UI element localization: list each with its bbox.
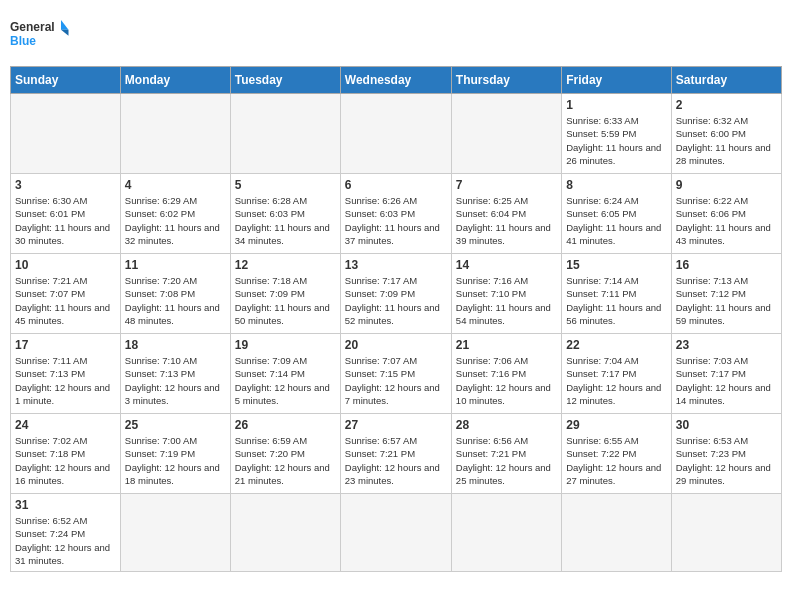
day-info: Sunrise: 7:17 AM Sunset: 7:09 PM Dayligh… <box>345 274 447 327</box>
day-number: 9 <box>676 178 777 192</box>
calendar-cell <box>451 94 561 174</box>
day-info: Sunrise: 6:25 AM Sunset: 6:04 PM Dayligh… <box>456 194 557 247</box>
day-number: 24 <box>15 418 116 432</box>
calendar-week-2: 10Sunrise: 7:21 AM Sunset: 7:07 PM Dayli… <box>11 254 782 334</box>
svg-marker-3 <box>61 30 69 36</box>
calendar-cell: 6Sunrise: 6:26 AM Sunset: 6:03 PM Daylig… <box>340 174 451 254</box>
day-number: 8 <box>566 178 666 192</box>
day-info: Sunrise: 6:29 AM Sunset: 6:02 PM Dayligh… <box>125 194 226 247</box>
calendar-cell: 20Sunrise: 7:07 AM Sunset: 7:15 PM Dayli… <box>340 334 451 414</box>
day-number: 30 <box>676 418 777 432</box>
calendar-cell: 21Sunrise: 7:06 AM Sunset: 7:16 PM Dayli… <box>451 334 561 414</box>
calendar-week-3: 17Sunrise: 7:11 AM Sunset: 7:13 PM Dayli… <box>11 334 782 414</box>
day-number: 14 <box>456 258 557 272</box>
logo: General Blue <box>10 10 70 60</box>
calendar-week-1: 3Sunrise: 6:30 AM Sunset: 6:01 PM Daylig… <box>11 174 782 254</box>
day-info: Sunrise: 6:59 AM Sunset: 7:20 PM Dayligh… <box>235 434 336 487</box>
calendar-cell <box>230 94 340 174</box>
calendar-week-0: 1Sunrise: 6:33 AM Sunset: 5:59 PM Daylig… <box>11 94 782 174</box>
calendar-cell: 12Sunrise: 7:18 AM Sunset: 7:09 PM Dayli… <box>230 254 340 334</box>
calendar-cell: 9Sunrise: 6:22 AM Sunset: 6:06 PM Daylig… <box>671 174 781 254</box>
day-number: 7 <box>456 178 557 192</box>
calendar-cell: 23Sunrise: 7:03 AM Sunset: 7:17 PM Dayli… <box>671 334 781 414</box>
day-info: Sunrise: 7:21 AM Sunset: 7:07 PM Dayligh… <box>15 274 116 327</box>
day-info: Sunrise: 6:33 AM Sunset: 5:59 PM Dayligh… <box>566 114 666 167</box>
day-info: Sunrise: 6:30 AM Sunset: 6:01 PM Dayligh… <box>15 194 116 247</box>
day-number: 3 <box>15 178 116 192</box>
weekday-header-monday: Monday <box>120 67 230 94</box>
calendar-cell: 16Sunrise: 7:13 AM Sunset: 7:12 PM Dayli… <box>671 254 781 334</box>
day-number: 12 <box>235 258 336 272</box>
calendar-cell: 1Sunrise: 6:33 AM Sunset: 5:59 PM Daylig… <box>562 94 671 174</box>
calendar-cell: 10Sunrise: 7:21 AM Sunset: 7:07 PM Dayli… <box>11 254 121 334</box>
day-number: 11 <box>125 258 226 272</box>
calendar-cell: 13Sunrise: 7:17 AM Sunset: 7:09 PM Dayli… <box>340 254 451 334</box>
calendar-cell: 31Sunrise: 6:52 AM Sunset: 7:24 PM Dayli… <box>11 494 121 572</box>
calendar-cell <box>340 494 451 572</box>
day-info: Sunrise: 7:16 AM Sunset: 7:10 PM Dayligh… <box>456 274 557 327</box>
svg-marker-2 <box>61 20 69 30</box>
calendar-cell: 15Sunrise: 7:14 AM Sunset: 7:11 PM Dayli… <box>562 254 671 334</box>
calendar-cell: 8Sunrise: 6:24 AM Sunset: 6:05 PM Daylig… <box>562 174 671 254</box>
logo-svg: General Blue <box>10 10 70 60</box>
calendar-cell: 26Sunrise: 6:59 AM Sunset: 7:20 PM Dayli… <box>230 414 340 494</box>
calendar-cell: 3Sunrise: 6:30 AM Sunset: 6:01 PM Daylig… <box>11 174 121 254</box>
weekday-header-row: SundayMondayTuesdayWednesdayThursdayFrid… <box>11 67 782 94</box>
weekday-header-wednesday: Wednesday <box>340 67 451 94</box>
day-number: 26 <box>235 418 336 432</box>
day-info: Sunrise: 6:57 AM Sunset: 7:21 PM Dayligh… <box>345 434 447 487</box>
day-number: 21 <box>456 338 557 352</box>
day-number: 5 <box>235 178 336 192</box>
calendar-cell: 18Sunrise: 7:10 AM Sunset: 7:13 PM Dayli… <box>120 334 230 414</box>
calendar-cell: 7Sunrise: 6:25 AM Sunset: 6:04 PM Daylig… <box>451 174 561 254</box>
day-info: Sunrise: 6:53 AM Sunset: 7:23 PM Dayligh… <box>676 434 777 487</box>
day-info: Sunrise: 6:26 AM Sunset: 6:03 PM Dayligh… <box>345 194 447 247</box>
calendar-cell <box>451 494 561 572</box>
day-info: Sunrise: 6:24 AM Sunset: 6:05 PM Dayligh… <box>566 194 666 247</box>
calendar-cell <box>120 94 230 174</box>
calendar-cell: 28Sunrise: 6:56 AM Sunset: 7:21 PM Dayli… <box>451 414 561 494</box>
day-number: 29 <box>566 418 666 432</box>
day-number: 18 <box>125 338 226 352</box>
day-number: 15 <box>566 258 666 272</box>
day-info: Sunrise: 7:07 AM Sunset: 7:15 PM Dayligh… <box>345 354 447 407</box>
day-number: 23 <box>676 338 777 352</box>
day-number: 31 <box>15 498 116 512</box>
day-info: Sunrise: 6:22 AM Sunset: 6:06 PM Dayligh… <box>676 194 777 247</box>
day-number: 25 <box>125 418 226 432</box>
calendar-cell: 17Sunrise: 7:11 AM Sunset: 7:13 PM Dayli… <box>11 334 121 414</box>
day-number: 22 <box>566 338 666 352</box>
day-info: Sunrise: 6:56 AM Sunset: 7:21 PM Dayligh… <box>456 434 557 487</box>
weekday-header-thursday: Thursday <box>451 67 561 94</box>
day-number: 16 <box>676 258 777 272</box>
day-info: Sunrise: 7:04 AM Sunset: 7:17 PM Dayligh… <box>566 354 666 407</box>
day-number: 19 <box>235 338 336 352</box>
day-info: Sunrise: 7:13 AM Sunset: 7:12 PM Dayligh… <box>676 274 777 327</box>
day-info: Sunrise: 7:06 AM Sunset: 7:16 PM Dayligh… <box>456 354 557 407</box>
day-info: Sunrise: 7:10 AM Sunset: 7:13 PM Dayligh… <box>125 354 226 407</box>
svg-text:General: General <box>10 20 55 34</box>
day-info: Sunrise: 6:32 AM Sunset: 6:00 PM Dayligh… <box>676 114 777 167</box>
day-info: Sunrise: 7:18 AM Sunset: 7:09 PM Dayligh… <box>235 274 336 327</box>
calendar-cell: 29Sunrise: 6:55 AM Sunset: 7:22 PM Dayli… <box>562 414 671 494</box>
calendar-cell <box>11 94 121 174</box>
day-number: 4 <box>125 178 226 192</box>
day-info: Sunrise: 7:09 AM Sunset: 7:14 PM Dayligh… <box>235 354 336 407</box>
calendar-cell: 2Sunrise: 6:32 AM Sunset: 6:00 PM Daylig… <box>671 94 781 174</box>
calendar-cell: 5Sunrise: 6:28 AM Sunset: 6:03 PM Daylig… <box>230 174 340 254</box>
page-header: General Blue <box>10 10 782 60</box>
day-number: 2 <box>676 98 777 112</box>
calendar-cell <box>340 94 451 174</box>
weekday-header-friday: Friday <box>562 67 671 94</box>
day-number: 27 <box>345 418 447 432</box>
calendar-cell: 22Sunrise: 7:04 AM Sunset: 7:17 PM Dayli… <box>562 334 671 414</box>
day-number: 28 <box>456 418 557 432</box>
calendar-week-4: 24Sunrise: 7:02 AM Sunset: 7:18 PM Dayli… <box>11 414 782 494</box>
calendar-cell: 4Sunrise: 6:29 AM Sunset: 6:02 PM Daylig… <box>120 174 230 254</box>
day-info: Sunrise: 7:14 AM Sunset: 7:11 PM Dayligh… <box>566 274 666 327</box>
calendar-cell: 11Sunrise: 7:20 AM Sunset: 7:08 PM Dayli… <box>120 254 230 334</box>
calendar-week-5: 31Sunrise: 6:52 AM Sunset: 7:24 PM Dayli… <box>11 494 782 572</box>
svg-text:Blue: Blue <box>10 34 36 48</box>
day-number: 6 <box>345 178 447 192</box>
calendar-cell: 27Sunrise: 6:57 AM Sunset: 7:21 PM Dayli… <box>340 414 451 494</box>
